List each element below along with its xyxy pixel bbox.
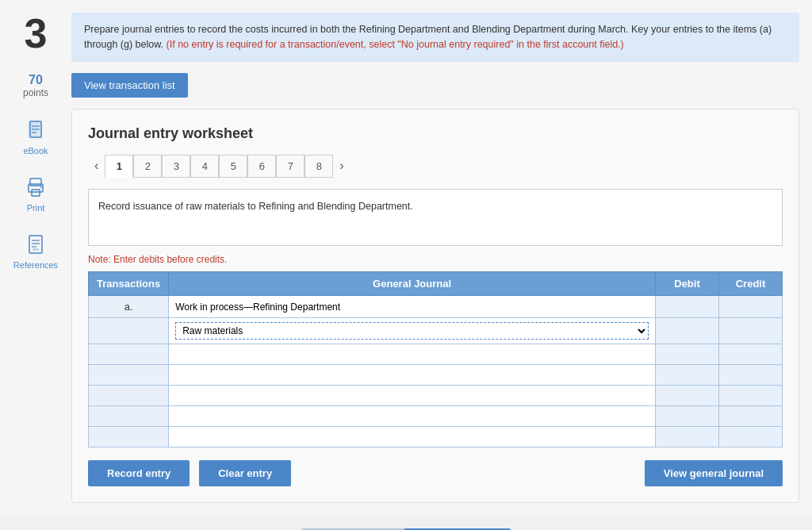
credit-input[interactable] bbox=[726, 301, 776, 313]
tab-next-button[interactable]: › bbox=[333, 156, 350, 176]
credit-input[interactable] bbox=[726, 349, 776, 360]
account-input[interactable] bbox=[175, 349, 649, 360]
worksheet-title: Journal entry worksheet bbox=[88, 125, 783, 142]
tab-4[interactable]: 4 bbox=[190, 155, 219, 178]
instructions-red: (If no entry is required for a transacti… bbox=[167, 39, 624, 50]
debit-cell[interactable] bbox=[656, 405, 719, 426]
debit-input[interactable] bbox=[662, 325, 712, 336]
svg-rect-7 bbox=[32, 190, 40, 196]
journal-table: Transactions General Journal Debit Credi… bbox=[88, 271, 783, 447]
general-journal-cell[interactable] bbox=[169, 385, 656, 405]
general-journal-cell[interactable]: Raw materials No journal entry required bbox=[169, 317, 656, 344]
points-value: 70 bbox=[29, 73, 43, 87]
credit-input[interactable] bbox=[726, 370, 776, 381]
debit-cell[interactable] bbox=[656, 364, 719, 385]
account-dropdown[interactable]: Raw materials No journal entry required bbox=[175, 322, 649, 340]
print-label: Print bbox=[27, 203, 45, 213]
debit-cell[interactable] bbox=[656, 295, 719, 317]
debit-input[interactable] bbox=[662, 370, 712, 381]
transaction-label bbox=[89, 385, 169, 405]
question-number: 3 bbox=[25, 13, 48, 54]
references-icon bbox=[23, 232, 48, 257]
debit-cell[interactable] bbox=[656, 385, 719, 405]
ebook-label: eBook bbox=[23, 146, 48, 156]
credit-cell[interactable] bbox=[719, 364, 783, 385]
table-row bbox=[89, 344, 783, 364]
account-input[interactable] bbox=[175, 370, 649, 381]
points-label: points bbox=[23, 87, 48, 98]
transaction-label bbox=[89, 344, 169, 364]
sidebar-item-references[interactable]: References bbox=[13, 232, 58, 270]
credit-cell[interactable] bbox=[719, 385, 783, 405]
credit-cell[interactable] bbox=[719, 344, 783, 364]
account-input[interactable] bbox=[175, 432, 649, 443]
tab-6[interactable]: 6 bbox=[247, 155, 276, 178]
main-content: Prepare journal entries to record the co… bbox=[71, 0, 812, 516]
action-buttons: Record entry Clear entry View general jo… bbox=[88, 460, 783, 486]
debit-cell[interactable] bbox=[656, 344, 719, 364]
col-general-journal: General Journal bbox=[169, 271, 656, 295]
description-box: Record issuance of raw materials to Refi… bbox=[88, 189, 783, 246]
sidebar: 3 70 points eBook bbox=[0, 0, 71, 516]
svg-rect-13 bbox=[33, 248, 39, 251]
table-row bbox=[89, 364, 783, 385]
col-transactions: Transactions bbox=[89, 271, 169, 295]
transaction-label: a. bbox=[89, 295, 169, 317]
col-debit: Debit bbox=[656, 271, 719, 295]
sidebar-item-print[interactable]: Print bbox=[23, 175, 48, 213]
account-input[interactable] bbox=[175, 411, 649, 422]
debit-cell[interactable] bbox=[656, 426, 719, 447]
tab-2[interactable]: 2 bbox=[133, 155, 162, 178]
credit-cell[interactable] bbox=[719, 405, 783, 426]
credit-input[interactable] bbox=[726, 411, 776, 422]
transaction-label bbox=[89, 364, 169, 385]
debit-input[interactable] bbox=[662, 349, 712, 360]
general-journal-cell[interactable] bbox=[169, 426, 656, 447]
general-journal-cell[interactable] bbox=[169, 405, 656, 426]
transaction-label bbox=[89, 317, 169, 344]
svg-point-8 bbox=[40, 186, 42, 188]
references-label: References bbox=[13, 260, 58, 270]
clear-entry-button[interactable]: Clear entry bbox=[199, 460, 291, 486]
points-section: 70 points bbox=[23, 73, 48, 98]
debit-input[interactable] bbox=[662, 432, 712, 443]
credit-cell[interactable] bbox=[719, 426, 783, 447]
tab-7[interactable]: 7 bbox=[276, 155, 304, 178]
note-text: Note: Enter debits before credits. bbox=[88, 254, 783, 265]
credit-cell[interactable] bbox=[719, 317, 783, 344]
credit-cell[interactable] bbox=[719, 295, 783, 317]
transaction-label bbox=[89, 405, 169, 426]
table-row bbox=[89, 405, 783, 426]
debit-input[interactable] bbox=[662, 390, 712, 401]
sidebar-item-ebook[interactable]: eBook bbox=[23, 117, 48, 156]
general-journal-cell[interactable] bbox=[169, 295, 656, 317]
account-select[interactable]: Raw materials No journal entry required bbox=[175, 322, 649, 340]
table-row bbox=[89, 385, 783, 405]
col-credit: Credit bbox=[719, 271, 783, 295]
tabs-row: ‹ 1 2 3 4 5 6 7 8 › bbox=[88, 155, 783, 178]
tab-8[interactable]: 8 bbox=[304, 155, 333, 178]
view-transaction-button[interactable]: View transaction list bbox=[71, 73, 188, 98]
tab-1[interactable]: 1 bbox=[105, 155, 133, 178]
debit-input[interactable] bbox=[662, 411, 712, 422]
print-icon bbox=[23, 175, 48, 200]
tab-5[interactable]: 5 bbox=[219, 155, 247, 178]
instructions-box: Prepare journal entries to record the co… bbox=[71, 13, 799, 62]
credit-input[interactable] bbox=[726, 432, 776, 443]
debit-input[interactable] bbox=[662, 301, 712, 313]
general-journal-cell[interactable] bbox=[169, 364, 656, 385]
debit-cell[interactable] bbox=[656, 317, 719, 344]
general-journal-cell[interactable] bbox=[169, 344, 656, 364]
account-input[interactable] bbox=[175, 390, 649, 401]
table-row: Raw materials No journal entry required bbox=[89, 317, 783, 344]
account-input[interactable] bbox=[175, 301, 649, 313]
worksheet-card: Journal entry worksheet ‹ 1 2 3 4 5 6 7 … bbox=[71, 109, 799, 503]
tab-prev-button[interactable]: ‹ bbox=[88, 156, 105, 176]
book-icon bbox=[23, 117, 48, 143]
credit-input[interactable] bbox=[726, 325, 776, 336]
description-text: Record issuance of raw materials to Refi… bbox=[98, 201, 413, 212]
record-entry-button[interactable]: Record entry bbox=[88, 460, 190, 486]
view-general-journal-button[interactable]: View general journal bbox=[645, 460, 783, 486]
tab-3[interactable]: 3 bbox=[162, 155, 190, 178]
credit-input[interactable] bbox=[726, 390, 776, 401]
